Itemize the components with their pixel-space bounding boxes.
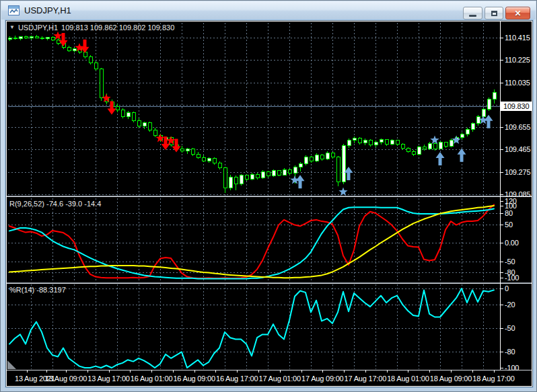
candle-body bbox=[19, 37, 22, 39]
candle-body bbox=[450, 140, 453, 147]
candle-body bbox=[234, 177, 238, 184]
candle-body bbox=[320, 155, 324, 159]
svg-text:18 Aug 01:00: 18 Aug 01:00 bbox=[387, 375, 429, 383]
candle-body bbox=[40, 38, 44, 38]
candle-body bbox=[347, 141, 351, 146]
candle-body bbox=[288, 169, 291, 173]
candle-body bbox=[261, 172, 264, 178]
candle-body bbox=[250, 174, 254, 180]
current-price-box: 109.830 bbox=[501, 102, 532, 111]
candle-body bbox=[83, 52, 87, 57]
candle-body bbox=[396, 141, 399, 145]
svg-text:110.415: 110.415 bbox=[505, 34, 530, 42]
expander-icon[interactable]: ▼ bbox=[9, 25, 15, 30]
svg-text:13 Aug 09:00: 13 Aug 09:00 bbox=[45, 375, 87, 383]
candle-body bbox=[326, 153, 329, 159]
svg-text:-80: -80 bbox=[505, 348, 515, 356]
candle-body bbox=[218, 163, 221, 168]
candle-body bbox=[180, 149, 184, 151]
svg-text:-20: -20 bbox=[505, 301, 515, 309]
buy-arrow-icon bbox=[296, 175, 305, 188]
minimize-button[interactable] bbox=[463, 7, 482, 19]
pane-separators[interactable] bbox=[7, 22, 532, 370]
candle-body bbox=[439, 143, 442, 149]
candle-body bbox=[8, 38, 11, 40]
svg-text:109.275: 109.275 bbox=[505, 168, 530, 176]
candle-body bbox=[229, 177, 232, 188]
candle-body bbox=[406, 149, 410, 151]
candle-body bbox=[417, 147, 421, 155]
price-scale[interactable]: 110.415110.225110.035109.655109.465109.2… bbox=[500, 34, 530, 372]
candle-body bbox=[89, 57, 92, 63]
candle-body bbox=[213, 159, 216, 163]
candle-body bbox=[310, 157, 313, 161]
candle-body bbox=[186, 149, 189, 151]
candle-body bbox=[331, 153, 334, 157]
restore-icon bbox=[491, 11, 497, 16]
candle-body bbox=[390, 141, 394, 144]
candle-body bbox=[277, 171, 281, 175]
pane-resize-grip[interactable] bbox=[7, 360, 16, 369]
candle-body bbox=[369, 140, 372, 145]
restore-button[interactable] bbox=[485, 7, 503, 19]
close-button[interactable]: ✕ bbox=[505, 7, 530, 19]
candle-body bbox=[143, 123, 146, 126]
candle-body bbox=[433, 144, 437, 149]
svg-text:50: 50 bbox=[505, 221, 513, 229]
candle-body bbox=[401, 145, 404, 149]
svg-text:16 Aug 01:00: 16 Aug 01:00 bbox=[131, 375, 173, 383]
time-scale[interactable]: 13 Aug 202113 Aug 09:0013 Aug 17:0016 Au… bbox=[15, 370, 515, 383]
candle-body bbox=[148, 123, 151, 130]
svg-text:-50: -50 bbox=[505, 258, 515, 266]
candle-body bbox=[476, 117, 480, 124]
candle-body bbox=[132, 113, 135, 121]
chart-window: USDJPY,H1 ✕ 110.415110.225110.035109.655… bbox=[0, 0, 537, 392]
candle-body bbox=[35, 36, 38, 38]
svg-text:-50: -50 bbox=[505, 324, 515, 332]
candle-body bbox=[385, 140, 388, 144]
svg-text:109.465: 109.465 bbox=[505, 145, 530, 153]
symbol-text: USDJPY,H1 bbox=[18, 24, 58, 32]
candle-body bbox=[374, 142, 378, 145]
candle-body bbox=[363, 140, 367, 143]
titlebar[interactable]: USDJPY,H1 bbox=[1, 1, 536, 19]
candle-body bbox=[315, 155, 318, 161]
candle-body bbox=[272, 171, 275, 176]
candle-body bbox=[207, 159, 211, 161]
candle-body bbox=[196, 154, 200, 157]
candle-body bbox=[153, 130, 157, 136]
sell-arrow-icon bbox=[108, 102, 116, 115]
buy-arrow-icon bbox=[458, 149, 466, 162]
svg-text:18 Aug 09:00: 18 Aug 09:00 bbox=[430, 375, 472, 383]
candle-body bbox=[266, 172, 270, 176]
svg-text:80: 80 bbox=[505, 209, 513, 217]
candle-body bbox=[353, 138, 356, 141]
candle-body bbox=[423, 147, 426, 149]
candle-body bbox=[116, 106, 119, 110]
grid-horizontal bbox=[8, 38, 500, 352]
candle-body bbox=[94, 63, 98, 69]
svg-text:16 Aug 09:00: 16 Aug 09:00 bbox=[173, 375, 215, 383]
window-controls: ✕ bbox=[463, 7, 530, 19]
candle-body bbox=[444, 143, 448, 147]
candle-body bbox=[73, 48, 76, 50]
candle-body bbox=[191, 149, 194, 154]
candle-body bbox=[487, 100, 491, 110]
svg-text:17 Aug 17:00: 17 Aug 17:00 bbox=[345, 375, 387, 383]
indicator2-label: %R(14) -88.3197 bbox=[9, 286, 66, 294]
svg-text:0.00: 0.00 bbox=[505, 239, 519, 247]
indicator1-label: R(9,26,52) -74.6 -39.0 -14.4 bbox=[9, 200, 101, 208]
chart-window-icon bbox=[8, 5, 20, 15]
candle-body bbox=[13, 38, 17, 39]
candle-body bbox=[482, 110, 485, 117]
svg-text:18 Aug 17:00: 18 Aug 17:00 bbox=[472, 375, 515, 383]
close-icon: ✕ bbox=[514, 9, 521, 18]
svg-text:110.225: 110.225 bbox=[505, 56, 530, 64]
svg-text:13 Aug 17:00: 13 Aug 17:00 bbox=[87, 375, 130, 383]
svg-text:16 Aug 17:00: 16 Aug 17:00 bbox=[216, 375, 258, 383]
svg-text:17 Aug 01:00: 17 Aug 01:00 bbox=[259, 375, 301, 383]
candle-body bbox=[460, 134, 464, 138]
candle-body bbox=[46, 38, 49, 39]
candle-body bbox=[358, 138, 361, 143]
ohlc-text: 109.813 109.862 109.802 109.830 bbox=[61, 24, 174, 32]
